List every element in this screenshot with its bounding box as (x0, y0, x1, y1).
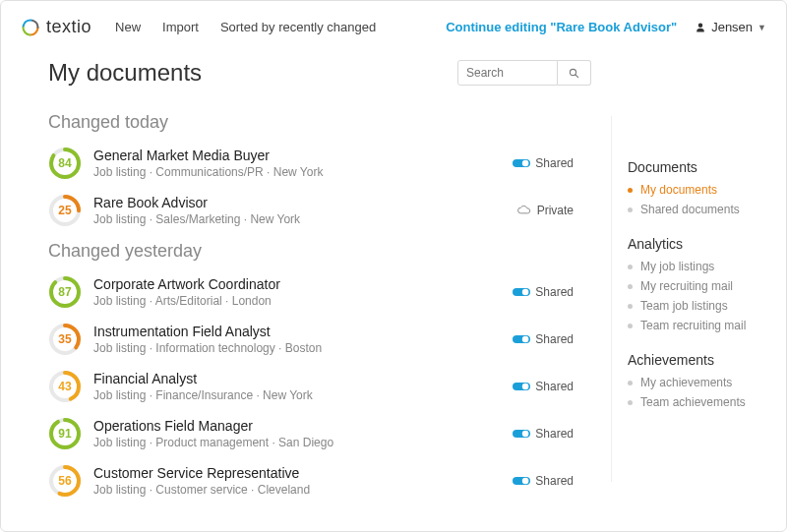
doc-row[interactable]: 56 Customer Service Representative Job l… (48, 464, 591, 498)
doc-meta: Job listing · Product management · San D… (93, 436, 333, 449)
score-ring: 87 (48, 275, 82, 309)
toggle-shared-icon[interactable] (513, 429, 530, 439)
section-heading-yesterday: Changed yesterday (48, 241, 591, 262)
sidebar-heading: Analytics (628, 236, 776, 252)
sidebar-group: AchievementsMy achievementsTeam achievem… (628, 352, 776, 409)
continue-editing-link[interactable]: Continue editing "Rare Book Advisor" (446, 20, 677, 34)
sidebar: DocumentsMy documentsShared documentsAna… (611, 116, 786, 482)
sidebar-group: AnalyticsMy job listingsMy recruiting ma… (628, 236, 776, 332)
score-ring: 84 (48, 147, 82, 180)
doc-info: Operations Field Manager Job listing · P… (93, 418, 333, 449)
nav-new[interactable]: New (115, 20, 141, 34)
sidebar-item[interactable]: Team achievements (628, 395, 776, 409)
score-ring: 56 (48, 464, 82, 498)
doc-info: Instrumentation Field Analyst Job listin… (93, 324, 322, 355)
doc-title: Customer Service Representative (93, 465, 310, 481)
doc-row[interactable]: 43 Financial Analyst Job listing · Finan… (48, 370, 591, 403)
sidebar-heading: Documents (628, 159, 776, 175)
doc-info: Rare Book Advisor Job listing · Sales/Ma… (93, 195, 300, 226)
doc-row[interactable]: 87 Corporate Artwork Coordinator Job lis… (48, 275, 591, 309)
toggle-shared-icon[interactable] (513, 476, 530, 486)
doc-status: Private (516, 204, 591, 217)
app-window: textio New Import Sorted by recently cha… (0, 0, 787, 532)
dot-icon (628, 381, 633, 385)
nav-import[interactable]: Import (162, 20, 199, 34)
svg-point-31 (522, 478, 529, 485)
doc-meta: Job listing · Finance/Insurance · New Yo… (93, 388, 313, 402)
score-value: 91 (48, 417, 82, 450)
doc-status: Shared (513, 285, 591, 299)
search-wrap (457, 60, 591, 86)
sidebar-item[interactable]: Shared documents (628, 203, 776, 216)
sidebar-group: DocumentsMy documentsShared documents (628, 159, 776, 216)
sidebar-item[interactable]: My recruiting mail (628, 279, 776, 293)
toggle-shared-icon[interactable] (513, 382, 530, 391)
doc-title: General Market Media Buyer (93, 148, 323, 163)
doc-list-yesterday: 87 Corporate Artwork Coordinator Job lis… (48, 275, 591, 498)
status-label: Shared (535, 332, 574, 346)
sidebar-item[interactable]: Team recruiting mail (628, 319, 776, 332)
dot-icon (628, 304, 633, 309)
svg-point-23 (522, 384, 529, 390)
sidebar-item-label: Shared documents (640, 203, 740, 216)
page-title: My documents (48, 59, 202, 87)
user-name-label: Jensen (711, 20, 753, 34)
doc-row[interactable]: 91 Operations Field Manager Job listing … (48, 417, 591, 450)
dot-icon (628, 324, 633, 328)
doc-info: Customer Service Representative Job list… (93, 465, 310, 497)
status-label: Shared (535, 380, 574, 393)
dot-icon (628, 188, 633, 193)
score-ring: 35 (48, 323, 82, 356)
doc-list-today: 84 General Market Media Buyer Job listin… (48, 147, 591, 227)
toggle-shared-icon[interactable] (513, 158, 530, 168)
sidebar-item[interactable]: Team job listings (628, 299, 776, 313)
doc-row[interactable]: 25 Rare Book Advisor Job listing · Sales… (48, 194, 591, 227)
doc-status: Shared (513, 380, 591, 393)
score-value: 87 (48, 275, 82, 309)
sidebar-item[interactable]: My job listings (628, 260, 776, 273)
nav-sort[interactable]: Sorted by recently changed (220, 20, 376, 34)
doc-meta: Job listing · Arts/Editorial · London (93, 294, 280, 308)
score-ring: 91 (48, 417, 82, 450)
score-value: 35 (48, 323, 82, 356)
status-label: Shared (535, 427, 574, 441)
score-ring: 43 (48, 370, 82, 403)
sidebar-item[interactable]: My documents (628, 183, 776, 197)
section-heading-today: Changed today (48, 112, 591, 133)
user-menu[interactable]: Jensen ▼ (695, 20, 766, 34)
toggle-shared-icon[interactable] (513, 287, 530, 297)
doc-meta: Job listing · Communications/PR · New Yo… (93, 165, 323, 179)
score-value: 43 (48, 370, 82, 403)
main-column: My documents Changed today 84 General Ma… (1, 47, 611, 531)
score-value: 56 (48, 464, 82, 498)
svg-line-5 (575, 74, 578, 77)
dot-icon (628, 284, 633, 289)
nav-links: New Import Sorted by recently changed (115, 20, 376, 34)
doc-status: Shared (513, 156, 591, 170)
logo[interactable]: textio (21, 17, 91, 37)
search-input[interactable] (457, 60, 558, 86)
doc-row[interactable]: 35 Instrumentation Field Analyst Job lis… (48, 323, 591, 356)
svg-point-9 (522, 160, 529, 167)
score-value: 25 (48, 194, 82, 227)
doc-status: Shared (513, 427, 591, 441)
status-label: Shared (535, 156, 574, 170)
doc-title: Instrumentation Field Analyst (93, 324, 322, 339)
top-nav: textio New Import Sorted by recently cha… (1, 1, 786, 47)
sidebar-item[interactable]: My achievements (628, 376, 776, 389)
search-icon (569, 68, 579, 79)
sidebar-item-label: Team recruiting mail (640, 319, 746, 332)
dot-icon (628, 207, 633, 212)
status-label: Shared (535, 285, 574, 299)
search-button[interactable] (558, 60, 591, 86)
doc-title: Rare Book Advisor (93, 195, 300, 210)
doc-meta: Job listing · Sales/Marketing · New York (93, 212, 300, 226)
toggle-shared-icon[interactable] (513, 334, 530, 344)
doc-title: Financial Analyst (93, 371, 313, 386)
sidebar-item-label: My documents (640, 183, 717, 197)
private-cloud-icon[interactable] (516, 206, 532, 215)
sidebar-item-label: My job listings (640, 260, 714, 273)
doc-status: Shared (513, 332, 591, 346)
status-label: Private (537, 204, 574, 217)
doc-row[interactable]: 84 General Market Media Buyer Job listin… (48, 147, 591, 180)
